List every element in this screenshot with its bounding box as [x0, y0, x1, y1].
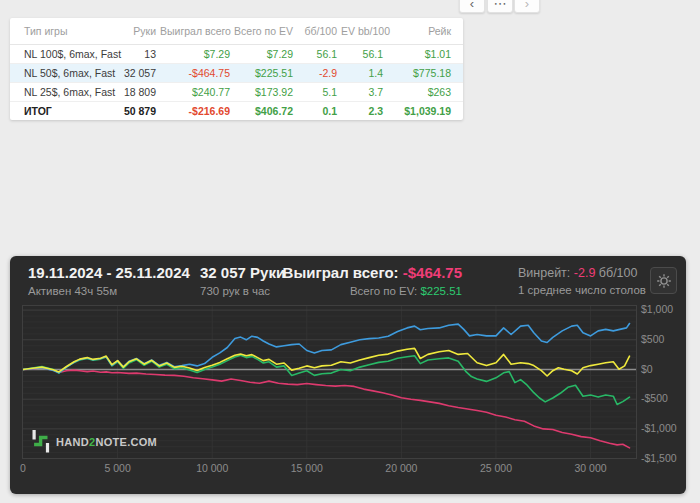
won-total-label: Выиграл всего:: [283, 264, 399, 281]
col-header-hands[interactable]: Руки: [112, 18, 158, 44]
yellow-line: [23, 348, 630, 376]
col-header-won-total[interactable]: Выиграл всего: [158, 18, 232, 44]
table-cell: NL 25$, 6max, Fast: [10, 82, 112, 101]
table-row[interactable]: ИТОГ50 879-$216.69$406.720.12.3$1,039.19: [10, 101, 463, 120]
table-cell: $225.51: [232, 63, 295, 82]
winrate-suffix: бб/100: [599, 266, 638, 280]
gear-icon: [656, 273, 672, 289]
winrate: Винрейт: -2.9 бб/100: [518, 266, 646, 280]
date-range: 19.11.2024 - 25.11.2024: [28, 264, 190, 281]
table-cell: 50 879: [112, 101, 158, 120]
table-cell: 1.4: [339, 63, 385, 82]
table-cell: $1.01: [385, 44, 463, 63]
table-cell: $406.72: [232, 101, 295, 120]
stats-table: Тип игры Руки Выиграл всего Всего по EV …: [10, 18, 463, 120]
more-options-button[interactable]: ⋯: [487, 0, 513, 13]
winrate-block: Винрейт: -2.9 бб/100 1 среднее число сто…: [518, 264, 646, 296]
table-cell: -$216.69: [158, 101, 232, 120]
table-row[interactable]: NL 100$, 6max, Fast13$7.29$7.2956.156.1$…: [10, 44, 463, 63]
won-total-value: -$464.75: [403, 264, 462, 281]
table-cell: $173.92: [232, 82, 295, 101]
table-cell: $1,039.19: [385, 101, 463, 120]
hand2note-logo-text: HAND2NOTE.COM: [56, 436, 157, 448]
col-header-rake[interactable]: Рейк: [385, 18, 463, 44]
x-tick-label: 20 000: [385, 462, 417, 474]
table-cell: 0.1: [295, 101, 339, 120]
winrate-value: -2.9: [574, 266, 596, 280]
table-cell: $7.29: [232, 44, 295, 63]
chart-settings-button[interactable]: [650, 267, 677, 294]
table-cell: $240.77: [158, 82, 232, 101]
winrate-label: Винрейт:: [518, 266, 570, 280]
x-tick-label: 15 000: [291, 462, 323, 474]
table-cell: NL 100$, 6max, Fast: [10, 44, 112, 63]
table-cell: $7.29: [158, 44, 232, 63]
x-tick-label: 25 000: [480, 462, 512, 474]
col-header-total-ev[interactable]: Всего по EV: [232, 18, 295, 44]
table-cell: 32 057: [112, 63, 158, 82]
table-cell: 56.1: [339, 44, 385, 63]
won-block: Выиграл всего: -$464.75 Всего по EV: $22…: [250, 264, 462, 297]
x-tick-label: 10 000: [196, 462, 228, 474]
total-ev: Всего по EV: $225.51: [250, 285, 462, 297]
session-chart-panel: 19.11.2024 - 25.11.2024 Активен 43ч 55м …: [10, 256, 686, 494]
total-ev-label: Всего по EV:: [350, 285, 417, 297]
y-tick-label: $1,000: [641, 303, 673, 315]
won-total: Выиграл всего: -$464.75: [250, 264, 462, 281]
table-cell: NL 50$, 6max, Fast: [10, 63, 112, 82]
table-cell: -$464.75: [158, 63, 232, 82]
avg-tables: 1 среднее число столов: [518, 284, 646, 296]
table-cell: 2.3: [339, 101, 385, 120]
col-header-game-type[interactable]: Тип игры: [10, 18, 112, 44]
col-header-bb100[interactable]: бб/100: [295, 18, 339, 44]
stats-table-panel: Тип игры Руки Выиграл всего Всего по EV …: [10, 18, 463, 120]
table-cell: 5.1: [295, 82, 339, 101]
col-header-ev-bb100[interactable]: EV bb/100: [339, 18, 385, 44]
table-cell: 56.1: [295, 44, 339, 63]
table-cell: -2.9: [295, 63, 339, 82]
y-tick-label: $500: [641, 333, 664, 345]
table-cell: $263: [385, 82, 463, 101]
y-tick-label: -$500: [641, 392, 668, 404]
table-row[interactable]: NL 50$, 6max, Fast32 057-$464.75$225.51-…: [10, 63, 463, 82]
stats-table-header-row: Тип игры Руки Выиграл всего Всего по EV …: [10, 18, 463, 44]
table-cell: $775.18: [385, 63, 463, 82]
table-cell: 3.7: [339, 82, 385, 101]
hand2note-logo-icon: [32, 430, 50, 453]
x-tick-label: 30 000: [575, 462, 607, 474]
hand2note-watermark: HAND2NOTE.COM: [32, 430, 157, 453]
table-row[interactable]: NL 25$, 6max, Fast18 809$240.77$173.925.…: [10, 82, 463, 101]
next-page-button[interactable]: ›: [514, 0, 540, 13]
y-tick-label: $0: [641, 363, 653, 375]
total-ev-value: $225.51: [420, 285, 462, 297]
table-cell: ИТОГ: [10, 101, 112, 120]
y-tick-label: -$1,500: [641, 452, 677, 464]
y-tick-label: -$1,000: [641, 422, 677, 434]
period-block: 19.11.2024 - 25.11.2024 Активен 43ч 55м: [28, 264, 190, 297]
prev-page-button[interactable]: ‹: [459, 0, 485, 13]
x-tick-label: 5 000: [104, 462, 130, 474]
active-time: Активен 43ч 55м: [28, 285, 190, 297]
x-tick-label: 0: [20, 462, 26, 474]
table-cell: 18 809: [112, 82, 158, 101]
